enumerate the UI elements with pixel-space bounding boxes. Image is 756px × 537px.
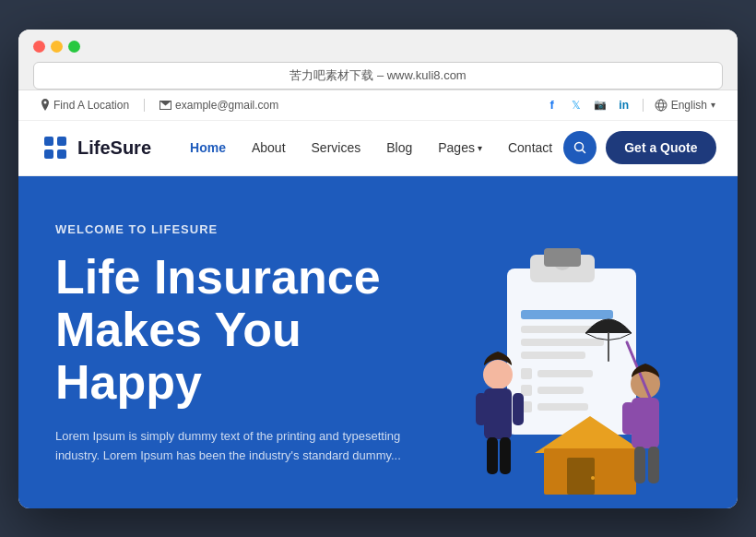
- twitter-icon[interactable]: 𝕏: [569, 98, 584, 113]
- svg-rect-36: [622, 402, 634, 435]
- nav-actions: Get a Quote: [563, 131, 715, 164]
- instagram-icon[interactable]: 📷: [593, 98, 608, 113]
- facebook-icon[interactable]: f: [545, 98, 560, 113]
- svg-point-0: [656, 100, 667, 111]
- svg-rect-22: [537, 387, 584, 394]
- location-icon: [41, 99, 50, 111]
- nav-pages[interactable]: Pages ▾: [427, 133, 493, 162]
- svg-rect-39: [634, 447, 645, 483]
- browser-chrome: 苦力吧素材下载 – www.kuli8.com: [18, 30, 738, 90]
- svg-rect-23: [537, 403, 588, 411]
- svg-rect-18: [521, 368, 532, 379]
- svg-rect-7: [57, 149, 66, 159]
- svg-rect-29: [484, 388, 512, 439]
- nav-about[interactable]: About: [241, 133, 297, 162]
- hero-content: WELCOME TO LIFESURE Life Insurance Makes…: [55, 222, 470, 466]
- svg-rect-32: [487, 437, 498, 474]
- nav-blog[interactable]: Blog: [375, 133, 423, 162]
- svg-rect-17: [521, 352, 585, 359]
- search-button[interactable]: [563, 131, 597, 164]
- get-quote-button[interactable]: Get a Quote: [606, 131, 715, 164]
- search-icon: [573, 141, 586, 154]
- svg-rect-13: [544, 248, 581, 267]
- svg-rect-14: [521, 310, 613, 319]
- svg-line-9: [583, 150, 585, 153]
- main-nav: LifeSure Home About Services Blog Pages …: [18, 121, 738, 176]
- svg-point-28: [483, 360, 513, 389]
- social-icons: f 𝕏 📷 in: [545, 98, 632, 113]
- maximize-button[interactable]: [68, 41, 80, 53]
- svg-rect-19: [521, 385, 532, 396]
- hero-section: WELCOME TO LIFESURE Life Insurance Makes…: [18, 176, 738, 508]
- close-button[interactable]: [33, 41, 45, 53]
- utility-bar: Find A Location example@gmail.com f 𝕏 📷 …: [18, 90, 738, 121]
- traffic-lights: [33, 41, 723, 53]
- find-location-link[interactable]: Find A Location: [41, 99, 129, 112]
- email-link[interactable]: example@gmail.com: [159, 99, 278, 112]
- address-bar[interactable]: 苦力吧素材下载 – www.kuli8.com: [33, 62, 723, 90]
- svg-rect-21: [537, 370, 593, 377]
- svg-rect-5: [57, 137, 66, 146]
- nav-links: Home About Services Blog Pages ▾ Contact: [179, 133, 563, 162]
- svg-rect-26: [567, 458, 595, 495]
- minimize-button[interactable]: [51, 41, 63, 53]
- svg-rect-33: [500, 437, 511, 474]
- logo-icon: [41, 133, 70, 162]
- lang-divider: [643, 99, 644, 112]
- nav-home[interactable]: Home: [179, 133, 237, 162]
- nav-contact[interactable]: Contact: [497, 133, 563, 162]
- svg-point-27: [591, 476, 595, 480]
- utility-left: Find A Location example@gmail.com: [41, 99, 278, 112]
- svg-rect-31: [513, 393, 524, 425]
- svg-rect-35: [632, 398, 659, 448]
- globe-icon: [655, 99, 667, 112]
- hero-subtitle: WELCOME TO LIFESURE: [55, 222, 470, 236]
- svg-rect-30: [476, 393, 487, 425]
- svg-rect-4: [44, 137, 53, 146]
- logo[interactable]: LifeSure: [41, 133, 151, 162]
- hero-description: Lorem Ipsum is simply dummy text of the …: [55, 427, 406, 466]
- logo-text: LifeSure: [77, 137, 151, 159]
- svg-rect-15: [521, 326, 595, 333]
- chevron-down-icon: ▾: [478, 143, 482, 153]
- linkedin-icon[interactable]: in: [617, 98, 632, 113]
- utility-divider: [144, 99, 145, 112]
- email-icon: [159, 101, 171, 110]
- nav-services[interactable]: Services: [301, 133, 372, 162]
- browser-window: 苦力吧素材下载 – www.kuli8.com Find A Location …: [18, 30, 738, 508]
- svg-rect-16: [521, 339, 604, 346]
- svg-point-1: [658, 100, 663, 111]
- utility-right: f 𝕏 📷 in English ▾: [545, 98, 715, 113]
- language-selector[interactable]: English ▾: [655, 99, 715, 112]
- svg-rect-6: [44, 149, 53, 159]
- hero-title: Life Insurance Makes You Happy: [55, 251, 470, 410]
- svg-rect-40: [648, 447, 659, 483]
